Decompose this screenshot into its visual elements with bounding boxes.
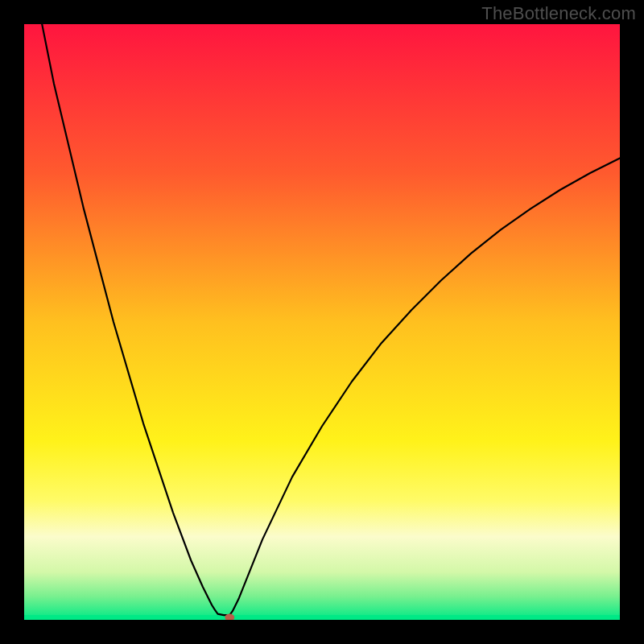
chart-svg <box>24 24 620 620</box>
green-band <box>24 615 620 620</box>
plot-area <box>24 24 620 620</box>
chart-frame: TheBottleneck.com <box>0 0 644 644</box>
watermark-text: TheBottleneck.com <box>481 3 636 24</box>
